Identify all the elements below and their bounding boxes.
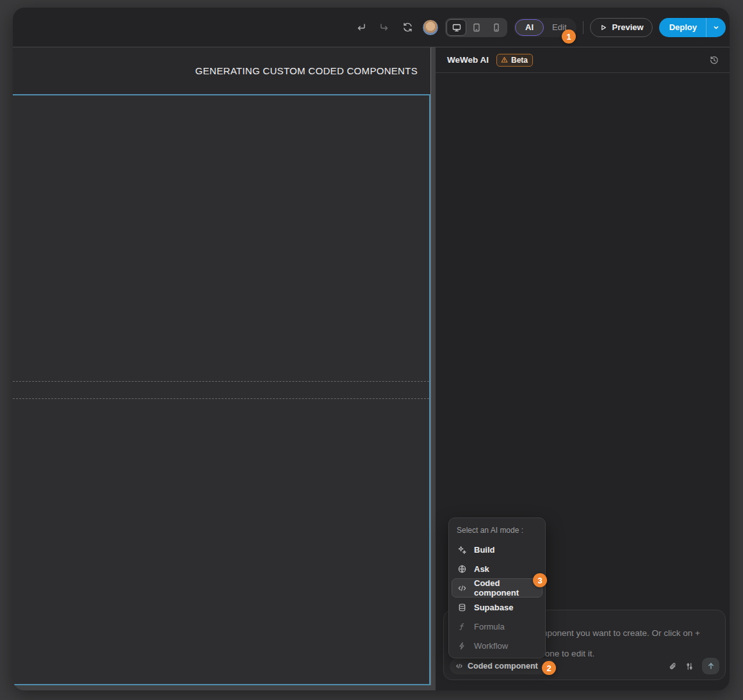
sparkles-icon — [457, 545, 467, 555]
device-switcher — [445, 18, 507, 37]
tab-ai-mode[interactable]: AI — [515, 19, 544, 36]
phone-device-icon[interactable] — [486, 19, 506, 36]
weweb-ai-panel: WeWeb AI Beta Select an AI mode : Build — [436, 47, 730, 690]
attachment-paperclip-icon[interactable] — [665, 658, 680, 674]
deploy-label[interactable]: Deploy — [659, 18, 706, 37]
deploy-button[interactable]: Deploy — [659, 18, 726, 37]
user-avatar[interactable] — [422, 19, 439, 36]
menu-item-supabase[interactable]: Supabase — [452, 598, 543, 617]
undo-icon[interactable] — [353, 19, 370, 36]
menu-item-coded-component[interactable]: Coded component — [452, 578, 543, 598]
canvas-section-title: GENERATING CUSTOM CODED COMPONENTS — [195, 65, 418, 76]
composer-toolbar: Coded component — [450, 658, 719, 674]
sliders-icon[interactable] — [682, 658, 697, 674]
menu-item-formula[interactable]: Formula — [452, 617, 543, 636]
menu-item-build[interactable]: Build — [452, 540, 543, 559]
sync-icon[interactable] — [399, 19, 416, 36]
app-window: AI Edit Preview Deploy GENERATING CUSTOM… — [13, 8, 730, 690]
desktop-device-icon[interactable] — [446, 19, 466, 36]
send-button[interactable] — [702, 658, 719, 674]
database-icon — [457, 603, 467, 612]
redo-icon[interactable] — [376, 19, 393, 36]
globe-icon — [457, 564, 467, 574]
annotation-step-3: 3 — [533, 573, 547, 587]
code-icon — [455, 662, 463, 670]
mode-selector-chip[interactable]: Coded component — [450, 658, 555, 674]
menu-item-workflow[interactable]: Workflow — [452, 636, 543, 655]
preview-button[interactable]: Preview — [590, 18, 653, 37]
tablet-device-icon[interactable] — [466, 19, 486, 36]
selection-outline-top — [13, 94, 430, 95]
selection-outline-bottom — [13, 684, 430, 685]
warning-triangle-icon — [500, 56, 509, 64]
editor-canvas[interactable]: GENERATING CUSTOM CODED COMPONENTS — [13, 47, 431, 685]
formula-icon — [457, 622, 467, 631]
selection-outline-right — [429, 94, 430, 685]
toolbar-divider — [583, 21, 584, 34]
ai-mode-menu: Select an AI mode : Build Ask Coded comp… — [448, 517, 546, 658]
annotation-step-2: 2 — [542, 661, 556, 675]
ai-mode-menu-label: Select an AI mode : — [452, 525, 543, 540]
top-toolbar: AI Edit Preview Deploy — [13, 8, 730, 47]
canvas-section-header[interactable]: GENERATING CUSTOM CODED COMPONENTS — [13, 47, 430, 94]
annotation-step-1: 1 — [562, 29, 576, 44]
code-icon — [457, 583, 467, 593]
deploy-chevron-down-icon[interactable] — [706, 18, 726, 37]
history-icon[interactable] — [709, 55, 719, 65]
canvas-dashed-guide — [13, 398, 429, 399]
menu-item-ask[interactable]: Ask — [452, 559, 543, 578]
beta-badge: Beta — [496, 54, 533, 67]
ai-panel-title: WeWeb AI — [447, 55, 489, 65]
canvas-dashed-guide — [13, 381, 429, 382]
play-icon — [599, 23, 608, 32]
ai-panel-header: WeWeb AI Beta — [436, 47, 730, 73]
workflow-lightning-icon — [457, 641, 467, 651]
